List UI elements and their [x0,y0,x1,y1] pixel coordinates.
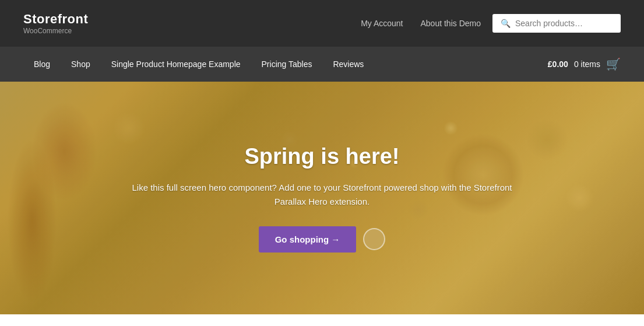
nav-shop[interactable]: Shop [61,47,101,82]
nav-links: Blog Shop Single Product Homepage Exampl… [23,47,548,82]
nav-bar: Blog Shop Single Product Homepage Exampl… [0,47,644,82]
nav-pricing-tables[interactable]: Pricing Tables [251,47,323,82]
top-bar: Storefront WooCommerce My Account About … [0,0,644,47]
scroll-indicator [363,228,385,250]
about-demo-link[interactable]: About this Demo [421,19,481,28]
cart-price: £0.00 [548,59,568,69]
hero-cta-wrap: Go shopping → [130,226,515,253]
brand-subtitle: WooCommerce [23,27,88,35]
nav-reviews[interactable]: Reviews [322,47,374,82]
search-icon: 🔍 [501,19,511,28]
cart-items-count: 0 items [574,59,600,69]
search-box: 🔍 [492,14,621,33]
hero-content: Spring is here! Like this full screen he… [118,144,526,253]
cart-icon: 🛒 [606,57,621,71]
nav-single-product[interactable]: Single Product Homepage Example [101,47,251,82]
go-shopping-button[interactable]: Go shopping → [259,226,357,253]
brand-area: Storefront WooCommerce [23,12,88,35]
hero-description: Like this full screen hero component? Ad… [130,181,515,209]
search-input[interactable] [515,19,613,28]
my-account-link[interactable]: My Account [361,19,403,28]
hero-title: Spring is here! [130,144,515,169]
brand-title: Storefront [23,12,88,27]
hero-section: Spring is here! Like this full screen he… [0,82,644,314]
nav-blog[interactable]: Blog [23,47,61,82]
cart-area[interactable]: £0.00 0 items 🛒 [548,57,621,71]
top-links: My Account About this Demo [361,19,481,28]
